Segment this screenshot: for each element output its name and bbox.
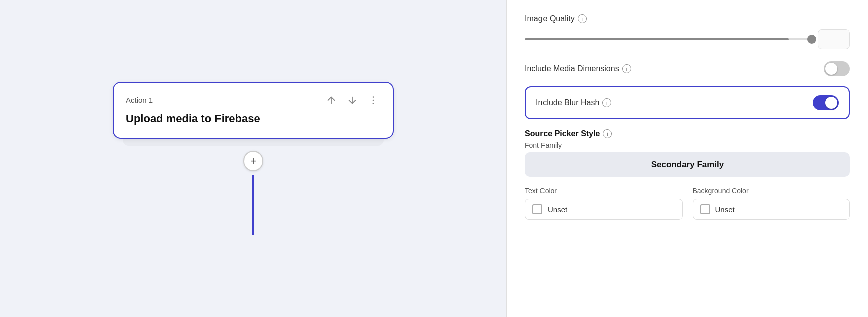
- background-color-value: Unset: [715, 205, 735, 214]
- color-section: Text Color Unset Background Color Unset: [525, 187, 850, 220]
- include-blur-hash-row: Include Blur Hash i: [525, 86, 850, 119]
- include-blur-hash-toggle[interactable]: [813, 95, 839, 110]
- text-color-value: Unset: [548, 205, 567, 214]
- image-quality-value-box[interactable]: [818, 29, 850, 49]
- text-color-label: Text Color: [525, 187, 683, 195]
- source-picker-style-info-icon[interactable]: i: [603, 129, 612, 138]
- font-family-label: Font Family: [525, 141, 850, 149]
- action-label: Action 1: [126, 96, 153, 104]
- svg-point-4: [373, 103, 374, 104]
- slider-fill: [525, 38, 789, 40]
- add-node-button[interactable]: +: [243, 151, 263, 171]
- include-media-dimensions-info-icon[interactable]: i: [622, 64, 631, 73]
- background-color-selector[interactable]: Unset: [693, 199, 850, 220]
- image-quality-label: Image Quality i: [525, 14, 587, 23]
- svg-point-3: [373, 99, 374, 101]
- vertical-connector: [252, 175, 254, 235]
- blur-hash-toggle-knob: [825, 97, 837, 109]
- background-color-checkbox[interactable]: [700, 204, 710, 214]
- canvas-area: Action 1: [0, 0, 506, 317]
- text-color-selector[interactable]: Unset: [525, 199, 683, 220]
- text-color-checkbox[interactable]: [532, 204, 542, 214]
- source-picker-style-label: Source Picker Style i: [525, 129, 612, 138]
- text-color-col: Text Color Unset: [525, 187, 683, 220]
- slider-thumb: [807, 35, 816, 44]
- move-up-button[interactable]: [323, 93, 339, 108]
- source-picker-style-section: Source Picker Style i: [525, 129, 850, 138]
- include-blur-hash-label: Include Blur Hash i: [536, 98, 611, 107]
- card-actions: [323, 93, 381, 108]
- toggle-knob: [825, 63, 837, 75]
- background-color-col: Background Color Unset: [693, 187, 850, 220]
- connector-area: +: [243, 146, 263, 235]
- card-shadow: [123, 139, 384, 146]
- right-panel: Image Quality i Include Media Dimensions…: [506, 0, 868, 317]
- move-down-button[interactable]: [345, 93, 360, 108]
- include-media-dimensions-row: Include Media Dimensions i: [525, 61, 850, 76]
- image-quality-info-icon[interactable]: i: [578, 14, 587, 23]
- background-color-label: Background Color: [693, 187, 850, 195]
- card-title: Upload media to Firebase: [126, 112, 381, 126]
- card-header: Action 1: [126, 93, 381, 108]
- action-card: Action 1: [113, 82, 394, 139]
- more-options-button[interactable]: [366, 93, 381, 108]
- svg-point-2: [373, 96, 374, 98]
- image-quality-section: Image Quality i: [525, 14, 850, 23]
- plus-icon: +: [250, 155, 256, 167]
- include-media-dimensions-label: Include Media Dimensions i: [525, 64, 631, 73]
- font-family-button[interactable]: Secondary Family: [525, 152, 850, 177]
- include-blur-hash-info-icon[interactable]: i: [602, 98, 611, 107]
- include-media-dimensions-toggle[interactable]: [824, 61, 850, 76]
- image-quality-slider-row: [525, 29, 850, 49]
- canvas-inner: Action 1: [113, 82, 394, 236]
- image-quality-slider[interactable]: [525, 38, 812, 40]
